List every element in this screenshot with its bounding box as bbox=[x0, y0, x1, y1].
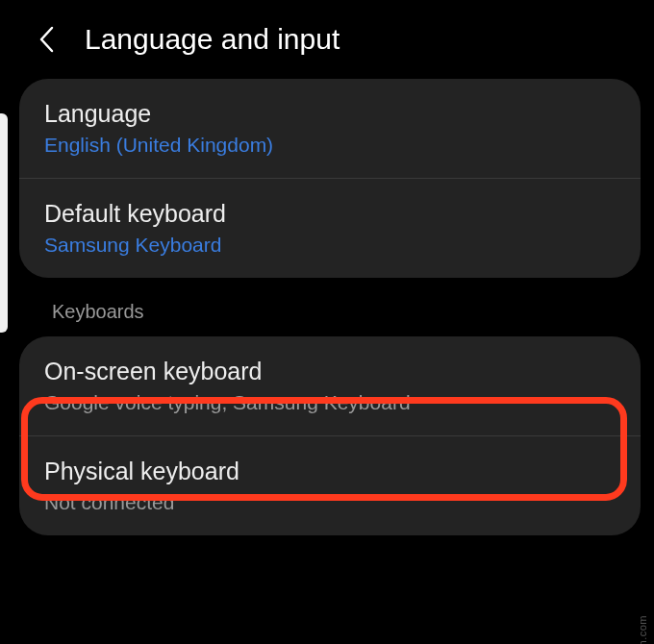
content-area: Language English (United Kingdom) Defaul… bbox=[0, 79, 654, 535]
item-subtitle: Samsung Keyboard bbox=[44, 234, 616, 257]
watermark: wsxdn.com bbox=[637, 615, 648, 644]
item-title: Default keyboard bbox=[44, 200, 616, 228]
item-subtitle: Google voice typing, Samsung Keyboard bbox=[44, 391, 616, 414]
item-title: Physical keyboard bbox=[44, 458, 616, 485]
scroll-handle[interactable] bbox=[0, 113, 8, 333]
section-header-keyboards: Keyboards bbox=[19, 295, 641, 336]
item-subtitle: Not connected bbox=[44, 491, 616, 514]
list-item-physical-keyboard[interactable]: Physical keyboard Not connected bbox=[19, 436, 641, 535]
list-item-default-keyboard[interactable]: Default keyboard Samsung Keyboard bbox=[19, 179, 641, 278]
card-general: Language English (United Kingdom) Defaul… bbox=[19, 79, 641, 278]
page-title: Language and input bbox=[85, 23, 340, 56]
item-subtitle: English (United Kingdom) bbox=[44, 134, 616, 157]
list-item-onscreen-keyboard[interactable]: On-screen keyboard Google voice typing, … bbox=[19, 336, 641, 436]
item-title: On-screen keyboard bbox=[44, 358, 616, 385]
list-item-language[interactable]: Language English (United Kingdom) bbox=[19, 79, 641, 179]
card-keyboards: On-screen keyboard Google voice typing, … bbox=[19, 336, 641, 535]
back-icon[interactable] bbox=[37, 29, 58, 50]
header-bar: Language and input bbox=[0, 0, 654, 79]
item-title: Language bbox=[44, 100, 616, 128]
